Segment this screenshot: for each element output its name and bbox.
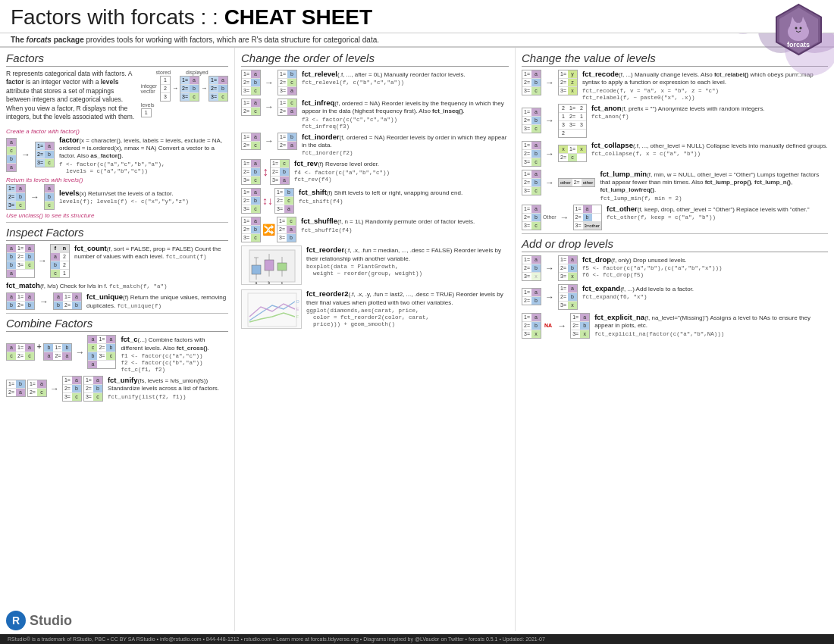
factors-title: Factors xyxy=(6,52,228,67)
factors-intro: R represents categorical data with facto… xyxy=(6,70,138,122)
fct-reorder2-row: D E F fct_reorder2(.f, .x, .y, .fun = la… xyxy=(241,289,509,330)
factor-note2: Return its levels with levels() xyxy=(6,177,228,183)
factor-fn-visual: a c b a → 1=a 2=b 3=c factor(x = charact… xyxy=(6,136,228,174)
fct-count-row: a1=a b2=b b3=c a → fn a2 b2 c1 xyxy=(6,244,228,278)
footer-text: RStudio® is a trademark of RStudio, PBC … xyxy=(8,636,545,642)
drop-section: Add or drop levels 1=a 2=b 3=x → 1=a 2=b… xyxy=(522,237,828,339)
svg-text:forcats: forcats xyxy=(787,41,810,48)
r-icon: R xyxy=(6,611,26,630)
levels-fn-visual: 1=a 2=b 3=c → a b c levels(x) Return/set… xyxy=(6,184,228,210)
fct-unique-row: a1=a b2=b → a1=a b2=b fct_unique(f) Retu… xyxy=(6,292,228,310)
fct-explicit-na-row: 1=a 2=b 3=x NA → 1=a 2=b 3=x fct_explici… xyxy=(522,313,828,339)
fct-drop-row: 1=a 2=b 3=x → 1=a 2=b 3=x fct_drop(f, on… xyxy=(522,255,828,281)
fct-anon-row: 1=a 2=b 3=c → 21=2 12=1 33=3 2 fct_anon(… xyxy=(522,104,828,138)
fct-inorder-row: 1=a 2=c → 1=b 2=a fct_inorder(f, ordered… xyxy=(241,133,509,157)
studio-text: Studio xyxy=(30,613,72,629)
svg-text:a: a xyxy=(256,280,258,285)
inspect-title: Inspect Factors xyxy=(6,226,228,241)
mid-column: Change the order of levels 1=a 2=b 3=c →… xyxy=(235,48,516,631)
svg-text:F: F xyxy=(296,314,299,319)
svg-rect-11 xyxy=(252,265,261,274)
svg-rect-18 xyxy=(277,263,287,270)
page-title: Factors with forcats : : CHEAT SHEET xyxy=(11,6,372,30)
fct-lump-row: 1=a 2=b 3=c → other2=other fct_lump_min(… xyxy=(522,170,828,202)
fct-expand-row: 1=a 2=b → 1=a 2=b 3=x fct_expand(f, ...)… xyxy=(522,284,828,310)
svg-text:E: E xyxy=(296,307,299,311)
svg-point-8 xyxy=(800,27,802,30)
combine-section: Combine Factors a1=a c2=c + b1=b a2=a xyxy=(6,317,228,402)
svg-rect-24 xyxy=(248,293,296,327)
left-column: Factors R represents categorical data wi… xyxy=(0,48,235,631)
svg-text:D: D xyxy=(296,299,299,304)
footer: RStudio® is a trademark of RStudio, PBC … xyxy=(0,634,834,644)
fct-shift-row: 1=a 2=b 3=c ↕↓ 1=b 2=c 3=a fct_shift(f) … xyxy=(241,188,509,214)
fct-collapse-row: 1=a 2=b 3=c → x1=x 2=c fct_collapse(.f, … xyxy=(522,141,828,167)
header: Factors with forcats : : CHEAT SHEET for… xyxy=(0,0,834,33)
factors-section: Factors R represents categorical data wi… xyxy=(6,52,228,219)
order-title: Change the order of levels xyxy=(241,52,509,67)
stored-displayed-diagram: storeddisplayed integervector 1 2 3 → xyxy=(141,70,228,117)
fct-rev-row: 1=a 2=b 3=c ↕ 1=c 2=b 3=a fct_rev(f) Rev… xyxy=(241,159,509,185)
svg-text:b: b xyxy=(268,280,271,285)
fct-other-row: 1=a 2=b 3=c Other → 1=a 2=b 3=3=other fc… xyxy=(522,205,828,230)
fct-c-row: a1=a c2=c + b1=b a2=a → a1=a c2=b b3=c xyxy=(6,335,228,373)
fct-reorder-row: a b c fct_reorder(.f, .x, .fun = median,… xyxy=(241,245,509,286)
main-content: Factors R represents categorical data wi… xyxy=(0,48,834,631)
forcats-logo: forcats xyxy=(774,3,823,61)
drop-title: Add or drop levels xyxy=(522,237,828,252)
combine-title: Combine Factors xyxy=(6,317,228,332)
svg-point-7 xyxy=(795,27,798,30)
fct-shuffle-row: 1=a 2=b 3=c 🔀 1=c 2=a 3=b fct_shuffle(f,… xyxy=(241,217,509,242)
factor-note1: Create a factor with factor() xyxy=(6,128,228,135)
rstudio-logo: R Studio xyxy=(6,611,72,630)
fct-infreq-row: 1=a 2=c → 1=c 2=a fct_infreq(f, ordered … xyxy=(241,98,509,130)
fct-relevel-row: 1=a 2=b 3=c → 1=b 2=c 3=a fct_relevel(.f… xyxy=(241,70,509,95)
inspect-section: Inspect Factors a1=a b2=b b3=c a → fn xyxy=(6,226,228,310)
factor-note3: Use unclass() to see its structure xyxy=(6,212,228,219)
right-column: Change the value of levels 1=a 2=b 3=c →… xyxy=(516,48,834,631)
fct-unify-row: 1=b 2=a 1=a 2=c → 1=a 2=b 3=c xyxy=(6,376,228,402)
fct-match-row: fct_match(f, lvls) Check for lvls in f. … xyxy=(6,281,228,290)
svg-rect-15 xyxy=(265,260,274,270)
